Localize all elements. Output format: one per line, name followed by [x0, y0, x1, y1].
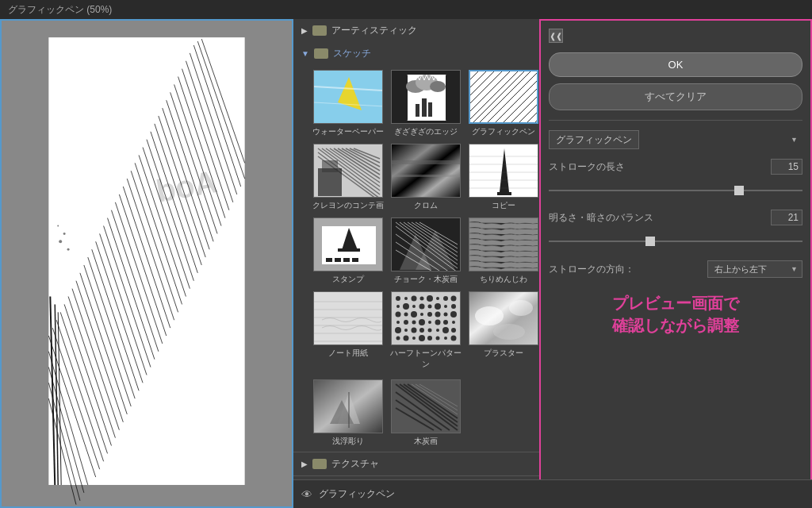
category-texture[interactable]: ▶ テクスチャ	[293, 452, 539, 475]
svg-point-166	[419, 319, 425, 325]
svg-point-175	[428, 329, 432, 333]
title-text: グラフィックペン (50%)	[8, 3, 112, 17]
filter-item-plaster[interactable]: プラスター	[468, 291, 539, 370]
folder-texture-icon	[312, 459, 327, 469]
slider-thumb-brightness[interactable]	[645, 237, 655, 246]
filter-item-charcoal[interactable]: 木炭画	[390, 379, 462, 447]
svg-point-49	[63, 233, 66, 235]
stroke-length-row: ストロークの長さ 15	[549, 159, 802, 175]
svg-point-179	[396, 337, 400, 341]
filter-name-select[interactable]: グラフィックペン	[549, 130, 639, 149]
category-artistic[interactable]: ▶ アーティスティック	[293, 19, 539, 42]
svg-point-158	[420, 313, 423, 316]
svg-point-180	[404, 336, 409, 341]
svg-point-174	[419, 328, 424, 333]
filter-item-chrome[interactable]: クロム	[390, 144, 462, 211]
svg-point-153	[444, 305, 447, 308]
stroke-length-label: ストロークの長さ	[549, 160, 625, 174]
filter-name-select-wrapper[interactable]: グラフィックペン	[549, 130, 802, 149]
clear-button[interactable]: すべてクリア	[549, 83, 802, 110]
filter-item-bas-relief[interactable]: 浅浮彫り	[312, 379, 384, 447]
label-charcoal: 木炭画	[414, 436, 438, 447]
brightness-value[interactable]	[771, 210, 802, 225]
filter-item-chalk[interactable]: チョーク・木炭画	[390, 217, 462, 285]
svg-point-178	[451, 328, 456, 333]
svg-point-155	[396, 312, 401, 318]
thumb-copy	[469, 144, 538, 198]
filter-item-crayon[interactable]: クレヨンのコンテ画	[312, 144, 384, 211]
category-sketch-label: スケッチ	[333, 47, 371, 60]
filter-item-watercolor[interactable]: ウォーターペーパー	[312, 70, 384, 137]
svg-point-172	[404, 329, 408, 332]
slider-track-brightness	[549, 241, 802, 242]
svg-point-162	[450, 311, 457, 318]
svg-point-165	[412, 321, 416, 325]
thumb-bas-relief	[313, 379, 383, 433]
thumb-chalk	[391, 217, 461, 271]
brightness-label: 明るさ・暗さのバランス	[549, 211, 653, 225]
direction-select-wrapper[interactable]: 右上から左下右下から左上水平垂直	[707, 260, 802, 278]
label-chalk: チョーク・木炭画	[394, 274, 458, 285]
main-layout: boA ▶ アーティスティック ▼ スケッチ	[0, 19, 812, 508]
svg-point-176	[436, 329, 439, 332]
filter-item-halftone[interactable]: ハーフトーンパターン	[390, 291, 462, 370]
category-sketch[interactable]: ▼ スケッチ	[293, 42, 539, 65]
svg-point-150	[419, 304, 425, 310]
arrow-texture-icon: ▶	[301, 460, 308, 468]
svg-point-143	[427, 295, 433, 302]
svg-point-157	[411, 311, 417, 318]
brightness-row: 明るさ・暗さのバランス	[549, 210, 802, 225]
stroke-length-slider[interactable]	[549, 184, 802, 197]
svg-point-170	[452, 321, 455, 324]
filter-item-copy[interactable]: コピー	[468, 144, 539, 211]
thumb-chrome	[391, 144, 461, 198]
annotation-text: プレビュー画面で確認しながら調整	[549, 292, 802, 337]
filter-item-graphic-pen[interactable]: グラフィックペン	[468, 70, 539, 137]
filter-item-crepe[interactable]: ちりめんじわ	[468, 217, 539, 285]
bottom-bar: 👁 グラフィックペン	[293, 479, 812, 508]
direction-select[interactable]: 右上から左下右下から左上水平垂直	[707, 260, 802, 278]
label-crepe: ちりめんじわ	[480, 274, 527, 285]
svg-point-142	[420, 297, 424, 301]
preview-canvas: boA	[2, 21, 292, 506]
label-crayon: クレヨンのコンテ画	[312, 200, 384, 211]
svg-point-51	[67, 248, 70, 251]
svg-point-62	[430, 81, 446, 92]
thumb-plaster	[469, 291, 538, 345]
svg-point-169	[443, 320, 448, 325]
stroke-length-value[interactable]: 15	[771, 159, 802, 175]
slider-track-stroke	[549, 190, 802, 191]
filter-item-notepaper[interactable]: ノート用紙	[312, 291, 384, 370]
preview-area: boA	[0, 19, 293, 508]
eye-icon[interactable]: 👁	[301, 488, 312, 501]
svg-point-161	[444, 313, 448, 317]
svg-point-189	[509, 300, 533, 316]
svg-rect-114	[343, 258, 350, 262]
svg-point-171	[395, 327, 401, 333]
ok-button[interactable]: OK	[549, 52, 802, 77]
folder-artistic-icon	[312, 25, 327, 36]
thumb-notepaper	[313, 291, 383, 345]
svg-rect-98	[392, 160, 461, 164]
filter-item-stamp[interactable]: スタンプ	[312, 217, 384, 285]
svg-point-177	[442, 327, 449, 333]
svg-rect-0	[48, 37, 244, 485]
direction-row: ストロークの方向： 右上から左下右下から左上水平垂直	[549, 260, 802, 278]
thumb-charcoal	[391, 379, 461, 433]
panel-header: ❰❰	[549, 29, 802, 43]
svg-rect-102	[497, 192, 511, 195]
direction-label: ストロークの方向：	[549, 263, 634, 276]
filter-item-zigzag[interactable]: ぎざぎざのエッジ	[390, 70, 462, 137]
svg-rect-63	[422, 98, 427, 117]
svg-point-145	[443, 296, 448, 301]
svg-point-168	[435, 320, 441, 325]
label-zigzag: ぎざぎざのエッジ	[394, 126, 458, 137]
slider-thumb-stroke[interactable]	[734, 186, 744, 195]
arrow-sketch-icon: ▼	[301, 49, 309, 58]
svg-point-148	[403, 303, 409, 310]
title-bar: グラフィックペン (50%)	[0, 0, 812, 19]
collapse-button[interactable]: ❰❰	[549, 29, 563, 43]
brightness-slider[interactable]	[549, 235, 802, 248]
thumb-crepe	[469, 217, 538, 271]
svg-point-50	[57, 225, 59, 227]
